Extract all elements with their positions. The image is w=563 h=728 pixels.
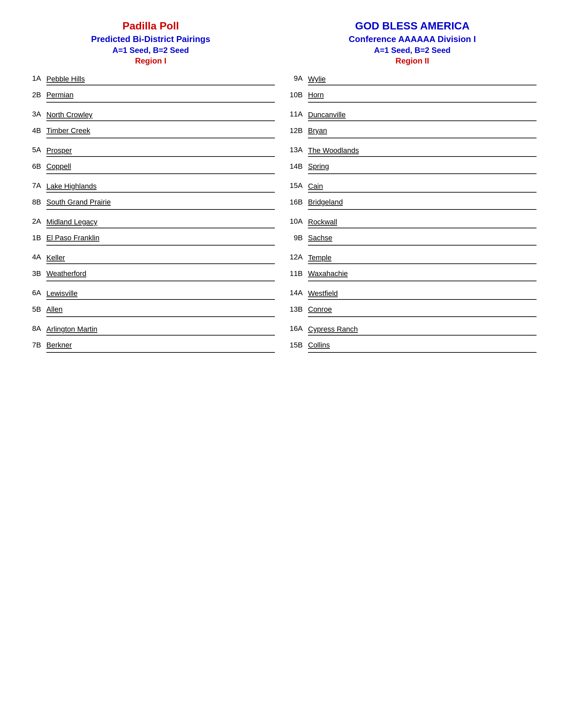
bracket-line: [46, 299, 275, 300]
team-name: Lake Highlands: [46, 179, 275, 192]
pair-group: 16ACypress Ranch15BCollins: [288, 322, 537, 353]
team-name: Prosper: [46, 144, 275, 156]
seed-label: 3A: [26, 110, 46, 118]
pair-group: 11ADuncanville12BBryan: [288, 108, 537, 138]
right-seeds: A=1 Seed, B=2 Seed: [288, 46, 537, 55]
bracket-line: [308, 192, 537, 193]
team-name: Keller: [46, 251, 275, 263]
bracket-item: 2AMidland Legacy: [26, 215, 275, 228]
seed-label: 9B: [288, 234, 308, 242]
bracket-item: 5AProsper: [26, 144, 275, 156]
bracket-line: [46, 173, 275, 174]
bracket-line: [46, 192, 275, 193]
seed-label: 11A: [288, 110, 308, 118]
left-region: Region I: [26, 56, 275, 66]
team-name: Westfield: [308, 287, 537, 299]
bracket-item: 3ANorth Crowley: [26, 108, 275, 120]
seed-label: 15B: [288, 341, 308, 349]
pair-group: 12ATemple11BWaxahachie: [288, 251, 537, 281]
bracket-item: 7BBerkner: [26, 338, 275, 352]
seed-label: 12A: [288, 253, 308, 261]
seed-label: 13B: [288, 305, 308, 314]
left-subtitle: Predicted Bi-District Pairings: [26, 34, 275, 44]
bracket-line: [308, 173, 537, 174]
bracket-line: [308, 299, 537, 300]
seed-label: 2A: [26, 217, 46, 226]
left-column-header: Padilla Poll Predicted Bi-District Pairi…: [26, 20, 275, 66]
seed-label: 6B: [26, 162, 46, 171]
bracket-line: [46, 102, 275, 103]
pair-group: 1APebble Hills2BPermian: [26, 72, 275, 103]
bracket-line: [46, 281, 275, 281]
bracket-line: [46, 316, 275, 317]
team-name: Cypress Ranch: [308, 322, 537, 335]
seed-label: 8A: [26, 324, 46, 333]
left-seeds: A=1 Seed, B=2 Seed: [26, 46, 275, 55]
pair-group: 6ALewisville5BAllen: [26, 287, 275, 317]
bracket-line: [308, 85, 537, 85]
pair-group: 15ACain16BBridgeland: [288, 179, 537, 210]
seed-label: 5A: [26, 146, 46, 154]
team-name: Cain: [308, 179, 537, 192]
bracket-item: 15ACain: [288, 179, 537, 192]
seed-label: 13A: [288, 146, 308, 154]
bracket-line: [308, 209, 537, 210]
page-container: Padilla Poll Predicted Bi-District Pairi…: [26, 20, 537, 358]
seed-label: 3B: [26, 269, 46, 278]
bracket-line: [308, 120, 537, 121]
bracket-item: 6ALewisville: [26, 287, 275, 299]
right-column: GOD BLESS AMERICA Conference AAAAAA Divi…: [288, 20, 537, 358]
bracket-item: 8BSouth Grand Prairie: [26, 195, 275, 209]
bracket-item: 11ADuncanville: [288, 108, 537, 120]
bracket-item: 2BPermian: [26, 88, 275, 102]
pair-group: 10ARockwall9BSachse: [288, 215, 537, 246]
bracket-line: [46, 245, 275, 246]
bracket-line: [308, 138, 537, 138]
bracket-line: [46, 209, 275, 210]
seed-label: 4A: [26, 253, 46, 261]
right-title: GOD BLESS AMERICA: [288, 20, 537, 32]
bracket-item: 8AArlington Martin: [26, 322, 275, 335]
right-column-header: GOD BLESS AMERICA Conference AAAAAA Divi…: [288, 20, 537, 66]
team-name: Arlington Martin: [46, 322, 275, 335]
seed-label: 16A: [288, 324, 308, 333]
seed-label: 11B: [288, 269, 308, 278]
seed-label: 16B: [288, 198, 308, 206]
team-name: El Paso Franklin: [46, 231, 275, 245]
team-name: Sachse: [308, 231, 537, 245]
bracket-line: [46, 352, 275, 353]
team-name: Berkner: [46, 338, 275, 352]
team-name: Temple: [308, 251, 537, 263]
bracket-line: [308, 245, 537, 246]
bracket-item: 9AWylie: [288, 72, 537, 85]
pair-group: 5AProsper6BCoppell: [26, 144, 275, 174]
bracket-item: 12BBryan: [288, 124, 537, 138]
bracket-item: 4BTimber Creek: [26, 124, 275, 138]
team-name: Wylie: [308, 72, 537, 85]
team-name: Bridgeland: [308, 195, 537, 209]
bracket-line: [308, 263, 537, 264]
team-name: Lewisville: [46, 287, 275, 299]
team-name: Timber Creek: [46, 124, 275, 138]
pair-group: 4AKeller3BWeatherford: [26, 251, 275, 281]
right-pairs-container: 9AWylie10BHorn11ADuncanville12BBryan13AT…: [288, 72, 537, 353]
bracket-line: [46, 120, 275, 121]
bracket-line: [308, 352, 537, 353]
bracket-line: [308, 102, 537, 103]
seed-label: 8B: [26, 198, 46, 206]
bracket-line: [308, 156, 537, 157]
seed-label: 12B: [288, 126, 308, 135]
team-name: Permian: [46, 88, 275, 102]
bracket-item: 7ALake Highlands: [26, 179, 275, 192]
bracket-line: [308, 228, 537, 228]
seed-label: 1A: [26, 74, 46, 83]
bracket-line: [46, 228, 275, 228]
bracket-item: 14AWestfield: [288, 287, 537, 299]
team-name: Waxahachie: [308, 267, 537, 281]
bracket-item: 1BEl Paso Franklin: [26, 231, 275, 245]
seed-label: 2B: [26, 91, 46, 99]
team-name: Bryan: [308, 124, 537, 138]
seed-label: 1B: [26, 234, 46, 242]
seed-label: 14B: [288, 162, 308, 171]
bracket-line: [46, 335, 275, 336]
